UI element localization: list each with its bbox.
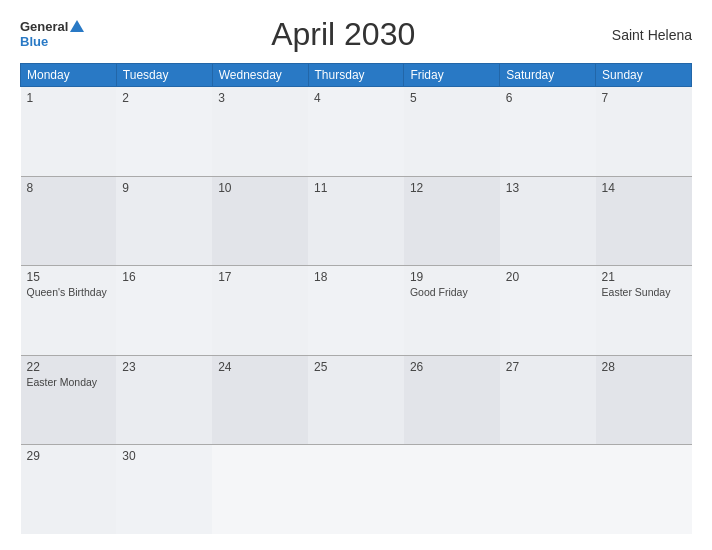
day-number: 30 [122,449,206,463]
calendar-day-cell [404,445,500,535]
calendar-week-row: 1234567 [21,87,692,177]
calendar-day-cell: 1 [21,87,117,177]
day-number: 11 [314,181,398,195]
day-number: 26 [410,360,494,374]
calendar-day-cell: 14 [596,176,692,266]
calendar-day-cell: 10 [212,176,308,266]
day-number: 8 [27,181,111,195]
day-number: 14 [602,181,686,195]
day-number: 3 [218,91,302,105]
calendar-week-row: 22Easter Monday232425262728 [21,355,692,445]
calendar-event: Good Friday [410,286,494,298]
calendar-day-cell: 6 [500,87,596,177]
logo-general-text: General [20,20,68,34]
day-number: 10 [218,181,302,195]
day-number: 17 [218,270,302,284]
calendar-page: General Blue April 2030 Saint Helena Mon… [0,0,712,550]
day-number: 7 [602,91,686,105]
calendar-event: Queen's Birthday [27,286,111,298]
calendar-day-cell: 24 [212,355,308,445]
calendar-header: General Blue April 2030 Saint Helena [20,16,692,53]
calendar-event: Easter Sunday [602,286,686,298]
weekday-header-sunday: Sunday [596,64,692,87]
calendar-event: Easter Monday [27,376,111,388]
day-number: 29 [27,449,111,463]
day-number: 12 [410,181,494,195]
day-number: 20 [506,270,590,284]
weekday-header-friday: Friday [404,64,500,87]
calendar-day-cell: 17 [212,266,308,356]
weekday-header-monday: Monday [21,64,117,87]
day-number: 4 [314,91,398,105]
calendar-day-cell: 25 [308,355,404,445]
month-title: April 2030 [84,16,602,53]
day-number: 13 [506,181,590,195]
calendar-week-row: 891011121314 [21,176,692,266]
day-number: 25 [314,360,398,374]
calendar-day-cell: 8 [21,176,117,266]
calendar-day-cell: 12 [404,176,500,266]
calendar-day-cell: 7 [596,87,692,177]
day-number: 23 [122,360,206,374]
calendar-day-cell: 30 [116,445,212,535]
calendar-day-cell: 15Queen's Birthday [21,266,117,356]
calendar-day-cell: 22Easter Monday [21,355,117,445]
calendar-day-cell: 20 [500,266,596,356]
logo: General Blue [20,20,84,49]
calendar-day-cell: 29 [21,445,117,535]
calendar-day-cell: 9 [116,176,212,266]
calendar-day-cell: 2 [116,87,212,177]
calendar-day-cell [500,445,596,535]
weekday-header-wednesday: Wednesday [212,64,308,87]
day-number: 18 [314,270,398,284]
calendar-week-row: 15Queen's Birthday16171819Good Friday202… [21,266,692,356]
day-number: 16 [122,270,206,284]
calendar-day-cell: 4 [308,87,404,177]
weekday-header-saturday: Saturday [500,64,596,87]
weekday-header-tuesday: Tuesday [116,64,212,87]
day-number: 21 [602,270,686,284]
calendar-day-cell: 21Easter Sunday [596,266,692,356]
day-number: 6 [506,91,590,105]
logo-triangle-icon [70,20,84,32]
calendar-day-cell [596,445,692,535]
day-number: 2 [122,91,206,105]
day-number: 1 [27,91,111,105]
day-number: 15 [27,270,111,284]
calendar-day-cell: 5 [404,87,500,177]
day-number: 5 [410,91,494,105]
calendar-table: MondayTuesdayWednesdayThursdayFridaySatu… [20,63,692,534]
weekday-header-row: MondayTuesdayWednesdayThursdayFridaySatu… [21,64,692,87]
calendar-day-cell: 3 [212,87,308,177]
calendar-day-cell: 26 [404,355,500,445]
day-number: 24 [218,360,302,374]
day-number: 28 [602,360,686,374]
day-number: 27 [506,360,590,374]
calendar-day-cell [212,445,308,535]
day-number: 9 [122,181,206,195]
calendar-day-cell: 27 [500,355,596,445]
calendar-day-cell: 11 [308,176,404,266]
day-number: 19 [410,270,494,284]
region-label: Saint Helena [602,27,692,43]
calendar-day-cell: 18 [308,266,404,356]
calendar-week-row: 2930 [21,445,692,535]
calendar-day-cell: 23 [116,355,212,445]
logo-blue-text: Blue [20,35,84,49]
calendar-day-cell: 16 [116,266,212,356]
weekday-header-thursday: Thursday [308,64,404,87]
calendar-day-cell: 28 [596,355,692,445]
calendar-day-cell: 19Good Friday [404,266,500,356]
calendar-day-cell: 13 [500,176,596,266]
day-number: 22 [27,360,111,374]
calendar-day-cell [308,445,404,535]
